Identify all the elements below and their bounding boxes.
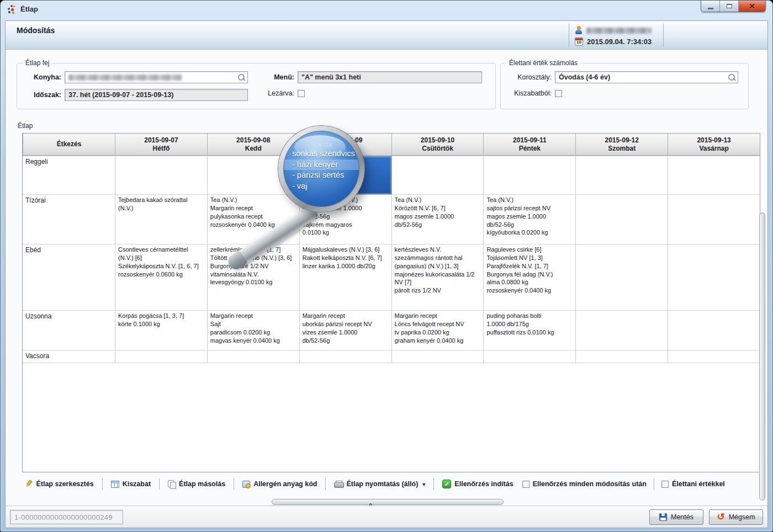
window-title: Étlap (20, 5, 38, 13)
menu-table-filler (23, 363, 760, 472)
etlap-nyomtatas-label: Étlap nyomtatás (álló) (346, 480, 418, 488)
menu-cell[interactable] (115, 350, 207, 363)
elettani-ertekkel-checkbox[interactable] (661, 481, 669, 488)
menu-cell[interactable]: kertészleves N.V. szezámmagos rántott ha… (391, 244, 484, 310)
menu-cell[interactable] (391, 156, 484, 194)
konyha-input[interactable] (65, 71, 248, 83)
menu-cell[interactable]: zellerkrémleves N.V. [1, 7] Töltött csir… (207, 244, 299, 310)
etlap-nyomtatas-button[interactable]: Étlap nyomtatás (álló) ▾ (331, 478, 428, 490)
lezarva-checkbox[interactable] (298, 90, 305, 97)
menu-cell[interactable]: Tejeskávé 2 dl (N.V.) korpás zsemle 1.00… (299, 195, 391, 244)
korosztaly-input[interactable]: Óvodás (4-6 év) (555, 71, 738, 83)
column-header-day: 2015-09-10Csütörtök (391, 134, 484, 155)
konyha-search-button[interactable] (236, 73, 246, 82)
kiszabat-button[interactable]: Kiszabat (108, 478, 154, 490)
user-name-redacted (586, 28, 652, 34)
menu-table: Étkezés2015-09-07Hétfő2015-09-08Kedd2015… (22, 133, 760, 472)
kiszabatbol-label: Kiszabatból: (504, 89, 552, 97)
calendar-icon: 10 (575, 38, 583, 46)
menu-cell[interactable]: Csontleves cérnametélttel (N.V.) [6] Szé… (115, 244, 207, 310)
ellenorzes-minden-checkbox[interactable] (522, 481, 530, 488)
menu-cell[interactable]: puding poharas bolti 1.0000 db/175g puff… (483, 311, 575, 350)
minimize-icon (708, 8, 713, 9)
menu-cell[interactable] (668, 244, 760, 310)
allergen-button[interactable]: Allergén anyag kód (239, 478, 320, 490)
menu-cell[interactable]: Raguleves csirke [6] Tojásomlett NV [1, … (483, 244, 575, 310)
menu-cell[interactable] (668, 350, 760, 363)
menu-cell[interactable] (207, 156, 299, 194)
meal-row-label: Ebéd (23, 244, 115, 310)
menu-cell[interactable]: Tea (N.V.) Margarin recept pulykasonka r… (207, 195, 299, 244)
ellenorzes-inditas-button[interactable]: ✓ Ellenőrzés indítás (439, 478, 516, 490)
menu-cell[interactable] (115, 156, 207, 194)
menu-cell[interactable] (668, 156, 760, 194)
lezarva-label: Lezárva: (261, 89, 294, 97)
cancel-button[interactable]: ↺ Mégsem (709, 509, 763, 525)
menu-cell[interactable] (391, 350, 484, 363)
menu-cell[interactable] (483, 156, 575, 194)
close-button[interactable]: ✕ (739, 1, 765, 12)
toolbar-separator (325, 478, 326, 490)
menu-cell[interactable] (668, 195, 760, 244)
vertical-scrollbar[interactable] (759, 212, 765, 501)
kiszabat-label: Kiszabat (123, 480, 151, 488)
korosztaly-search-button[interactable] (727, 73, 737, 82)
search-icon (237, 73, 245, 81)
column-header-etkezes: Étkezés (23, 134, 115, 155)
title-bar: Étlap ✕ (1, 1, 772, 18)
korosztaly-label: Korosztály: (504, 73, 552, 81)
meal-row-label: Vacsora (23, 350, 115, 363)
menu-cell[interactable]: Tea (N.V.) Körözött N.V. [6, 7] magos zs… (391, 195, 484, 244)
toolbar-separator (654, 478, 654, 490)
menu-cell[interactable]: Májgaluskaleves (N.V.) [3, 6] Rakott kel… (299, 244, 391, 310)
etlap-szerkesztes-label: Étlap szerkesztés (36, 480, 93, 488)
minimize-button[interactable] (701, 1, 720, 12)
kiszabatbol-checkbox[interactable] (555, 90, 562, 97)
ellenorzes-minden-label: Ellenőrzés minden módosítás után (533, 480, 647, 488)
etlap-masolas-button[interactable]: Étlap másolás (165, 478, 229, 490)
idoszak-input: 37. hét (2015-09-07 - 2015-09-13) (65, 89, 248, 101)
record-id-value: 1-0000000000000000000249 (14, 513, 113, 522)
main-panel: Módosítás 10 2015.09.04. 7:34:03 Étlap f… (5, 20, 768, 528)
menu-table-row: Vacsora (23, 350, 760, 363)
menu-cell[interactable]: Tea (N.V.) sajtos párizsi recept NV mago… (483, 195, 575, 244)
session-info: 10 2015.09.04. 7:34:03 (569, 24, 664, 47)
menu-cell[interactable] (575, 350, 668, 363)
elettani-legend: Élettani érték számolás (506, 59, 580, 67)
menu-cell[interactable] (575, 156, 668, 194)
meal-row-label: Reggeli (23, 156, 115, 194)
ellenorzes-minden-option: Ellenőrzés minden módosítás után (520, 478, 649, 490)
menu-cell[interactable]: Margarin recept uborkás párizsi recept N… (299, 311, 391, 350)
column-header-day: 2015-09-11Péntek (483, 134, 575, 155)
menu-cell[interactable]: Margarin recept Sajt paradicsom 0.0200 k… (207, 311, 299, 350)
horizontal-scrollbar[interactable] (272, 499, 504, 505)
close-icon: ✕ (749, 2, 755, 10)
copy-icon (168, 480, 176, 488)
app-icon (7, 5, 16, 14)
menu-cell[interactable] (668, 311, 760, 350)
session-datetime: 2015.09.04. 7:34:03 (587, 38, 652, 46)
window-controls: ✕ (701, 1, 766, 12)
allergen-icon (242, 481, 250, 488)
record-id-field: 1-0000000000000000000249 (10, 510, 123, 524)
save-button[interactable]: Mentés (649, 509, 703, 525)
menu-cell[interactable] (575, 195, 668, 244)
menu-cell[interactable]: Tejbedara kakaó szórattal (N.V.) (115, 195, 207, 244)
menu-cell[interactable]: Sonkás szendvics - házi kenyér - párizsi… (299, 156, 391, 194)
etlap-szerkesztes-button[interactable]: ✎ Étlap szerkesztés (22, 478, 97, 490)
menu-table-row: UzsonnaKorpás pogácsa [1, 3, 7] körte 0.… (23, 310, 760, 350)
chevron-down-icon[interactable]: ▾ (422, 481, 425, 487)
menu-cell[interactable]: Margarin recept Löncs felvágott recept N… (391, 311, 484, 350)
menu-cell[interactable] (575, 244, 668, 310)
maximize-button[interactable] (720, 1, 739, 12)
page-title: Módosítás (17, 26, 55, 35)
column-header-day: 2015-09-12Szombat (575, 134, 668, 155)
menu-cell[interactable] (575, 311, 668, 350)
menu-cell[interactable] (483, 350, 575, 363)
menu-cell[interactable] (299, 350, 391, 363)
maximize-icon (727, 4, 732, 8)
menu-cell[interactable] (207, 350, 299, 363)
toolbar-separator (234, 478, 234, 490)
grid-icon (111, 481, 119, 488)
menu-cell[interactable]: Korpás pogácsa [1, 3, 7] körte 0.1000 kg (115, 311, 207, 350)
